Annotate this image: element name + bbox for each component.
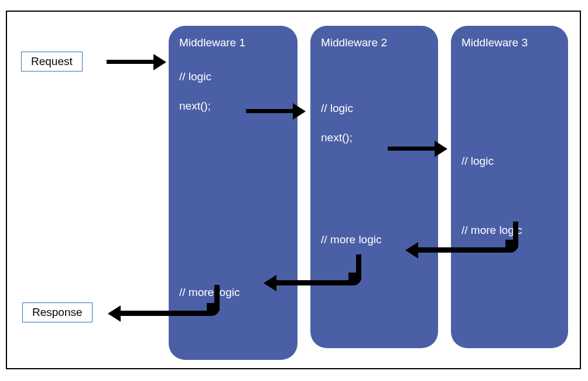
middleware-1-logic: // logic	[179, 70, 298, 83]
diagram-container: Request Response Middleware 1 // logic n…	[6, 11, 581, 369]
middleware-3-logic: // logic	[461, 155, 568, 168]
middleware-1-box: Middleware 1 // logic next(); // more lo…	[169, 26, 298, 360]
middleware-1-title: Middleware 1	[179, 36, 298, 49]
middleware-2-more-logic: // more logic	[321, 233, 438, 246]
request-label-box: Request	[21, 52, 83, 72]
middleware-3-box: Middleware 3 // logic // more logic	[451, 26, 568, 348]
request-label: Request	[31, 55, 73, 67]
middleware-2-logic: // logic	[321, 102, 438, 115]
middleware-2-next: next();	[321, 131, 438, 144]
middleware-1-more-logic: // more logic	[179, 286, 298, 299]
response-label-box: Response	[22, 302, 93, 322]
response-label: Response	[32, 306, 83, 318]
middleware-2-box: Middleware 2 // logic next(); // more lo…	[310, 26, 438, 348]
middleware-3-title: Middleware 3	[461, 36, 568, 49]
middleware-2-title: Middleware 2	[321, 36, 438, 49]
